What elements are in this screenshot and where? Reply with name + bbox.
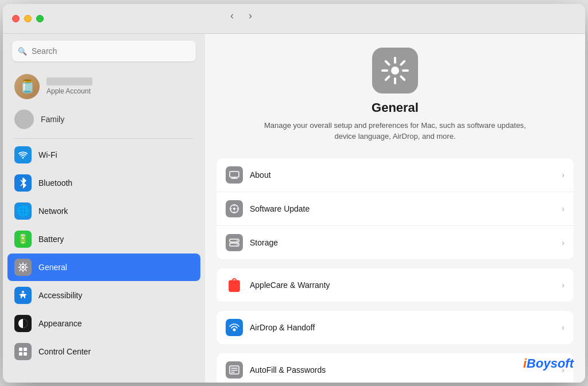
sidebar-item-appearance[interactable]: Appearance <box>7 310 200 337</box>
svg-rect-7 <box>19 348 22 351</box>
appearance-icon <box>14 315 32 332</box>
svg-rect-9 <box>19 352 22 356</box>
svg-rect-8 <box>24 348 27 351</box>
about-icon <box>226 166 243 184</box>
svg-line-16 <box>386 61 389 64</box>
wifi-label: Wi-Fi <box>38 150 57 159</box>
autofill-icon <box>226 361 243 379</box>
settings-group-4: AutoFill & Passwords › <box>216 353 574 383</box>
svg-point-25 <box>233 208 235 210</box>
about-row[interactable]: About › <box>216 158 574 192</box>
family-item[interactable]: Family <box>7 105 200 134</box>
svg-point-4 <box>22 266 24 268</box>
settings-group-2: AppleCare & Warranty › <box>216 268 574 302</box>
about-label: About <box>250 170 562 180</box>
window: ‹ › 🔍 🫙 Apple Account <box>3 4 585 383</box>
svg-line-18 <box>386 76 389 80</box>
sidebar-item-battery[interactable]: 🔋 Battery <box>7 225 200 253</box>
applecare-row[interactable]: AppleCare & Warranty › <box>216 268 574 302</box>
search-container: 🔍 <box>3 34 205 66</box>
sidebar-item-general[interactable]: General <box>7 254 200 281</box>
divider <box>14 138 194 139</box>
about-chevron: › <box>562 170 564 180</box>
software-update-icon <box>226 200 243 217</box>
sidebar-item-accessibility[interactable]: Accessibility <box>7 282 200 309</box>
svg-point-5 <box>22 291 24 293</box>
search-wrapper: 🔍 <box>12 41 196 61</box>
autofill-label: AutoFill & Passwords <box>250 365 562 375</box>
software-update-chevron: › <box>562 204 564 213</box>
svg-point-29 <box>237 244 238 245</box>
panel-description: Manage your overall setup and preference… <box>263 120 527 142</box>
svg-line-19 <box>401 61 404 64</box>
settings-group-3: AirDrop & Handoff › <box>216 311 574 344</box>
account-info: Apple Account <box>47 77 92 95</box>
watermark: iBoysoft <box>523 356 574 371</box>
airdrop-chevron: › <box>562 323 564 332</box>
panel-title: General <box>372 100 419 115</box>
network-icon: 🌐 <box>14 202 32 220</box>
storage-row[interactable]: Storage › <box>216 226 574 259</box>
svg-point-30 <box>233 328 236 331</box>
forward-button[interactable]: › <box>242 7 258 24</box>
sidebar-item-network[interactable]: 🌐 Network <box>7 197 200 225</box>
applecare-icon <box>226 276 243 294</box>
settings-group-1: About › Software Update › <box>216 158 574 259</box>
maximize-button[interactable] <box>36 15 44 22</box>
appearance-label: Appearance <box>38 319 82 328</box>
software-update-label: Software Update <box>250 204 562 213</box>
minimize-button[interactable] <box>24 15 32 22</box>
panel-content: About › Software Update › <box>205 158 585 383</box>
main-panel: General Manage your overall setup and pr… <box>205 34 585 383</box>
family-avatar <box>14 110 34 129</box>
general-icon <box>14 259 32 276</box>
back-button[interactable]: ‹ <box>224 7 240 24</box>
account-name-blurred <box>47 77 92 85</box>
content-area: 🔍 🫙 Apple Account Family <box>3 34 585 383</box>
accessibility-icon <box>14 287 32 304</box>
wifi-icon <box>14 146 32 163</box>
accessibility-label: Accessibility <box>38 291 82 300</box>
search-input[interactable] <box>12 41 196 61</box>
sidebar: 🔍 🫙 Apple Account Family <box>3 34 205 383</box>
svg-line-1 <box>21 184 23 186</box>
general-label: General <box>38 263 67 272</box>
bluetooth-label: Bluetooth <box>38 178 72 188</box>
close-button[interactable] <box>12 15 20 22</box>
general-panel-icon <box>372 48 418 93</box>
svg-rect-21 <box>230 171 239 177</box>
bluetooth-icon <box>14 174 32 192</box>
network-label: Network <box>38 206 68 216</box>
sidebar-item-wifi[interactable]: Wi-Fi <box>7 141 200 169</box>
sidebar-item-control-center[interactable]: Control Center <box>7 338 200 365</box>
software-update-row[interactable]: Software Update › <box>216 192 574 226</box>
panel-header: General Manage your overall setup and pr… <box>205 34 585 158</box>
titlebar: ‹ › <box>3 4 585 34</box>
applecare-chevron: › <box>562 280 564 290</box>
svg-line-17 <box>401 76 404 80</box>
watermark-brand: Boysoft <box>527 356 574 371</box>
svg-rect-10 <box>24 352 27 356</box>
airdrop-row[interactable]: AirDrop & Handoff › <box>216 311 574 344</box>
applecare-label: AppleCare & Warranty <box>250 280 562 290</box>
storage-chevron: › <box>562 238 564 247</box>
battery-icon: 🔋 <box>14 231 32 248</box>
storage-icon <box>226 234 243 251</box>
sidebar-item-bluetooth[interactable]: Bluetooth <box>7 169 200 197</box>
battery-label: Battery <box>38 235 64 244</box>
airdrop-icon <box>226 319 243 336</box>
svg-point-28 <box>237 240 238 241</box>
account-item[interactable]: 🫙 Apple Account <box>7 68 200 105</box>
traffic-lights <box>12 15 44 22</box>
svg-point-20 <box>392 68 398 73</box>
autofill-row[interactable]: AutoFill & Passwords › <box>216 353 574 383</box>
storage-label: Storage <box>250 238 562 247</box>
avatar: 🫙 <box>14 74 40 99</box>
control-center-label: Control Center <box>38 347 91 356</box>
airdrop-label: AirDrop & Handoff <box>250 323 562 332</box>
family-label: Family <box>41 115 64 124</box>
sidebar-list: 🫙 Apple Account Family <box>3 66 205 378</box>
account-label: Apple Account <box>47 87 92 95</box>
control-center-icon <box>14 343 32 360</box>
